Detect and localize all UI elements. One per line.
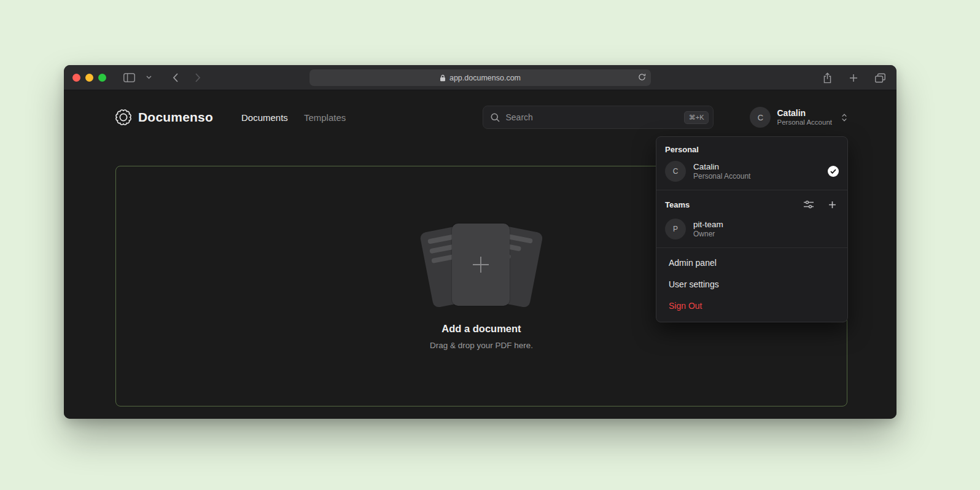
search-bar[interactable]: ⌘+K	[483, 106, 714, 129]
documents-illustration	[414, 222, 549, 309]
forward-button[interactable]	[193, 71, 203, 85]
item-subtitle: Owner	[693, 230, 723, 239]
team-item[interactable]: P pit-team Owner	[656, 216, 847, 247]
illustration-card-add	[452, 224, 510, 306]
sidebar-toggle-button[interactable]	[121, 71, 138, 85]
dropzone-subtitle: Drag & drop your PDF here.	[430, 341, 533, 350]
reload-icon	[638, 73, 646, 81]
search-shortcut-badge: ⌘+K	[684, 111, 709, 124]
plus-icon	[470, 254, 491, 275]
search-icon	[491, 113, 500, 122]
main-nav: Documents Templates	[241, 112, 346, 123]
close-button[interactable]	[72, 74, 80, 82]
personal-section-label: Personal	[656, 137, 847, 158]
brand-name: Documenso	[138, 110, 213, 125]
dropzone-title: Add a document	[441, 323, 521, 335]
menu-item-admin-panel[interactable]: Admin panel	[656, 252, 847, 273]
minimize-button[interactable]	[85, 74, 93, 82]
chevron-up-down-icon	[841, 113, 847, 122]
chevron-left-icon	[173, 73, 178, 82]
browser-window: app.documenso.com	[64, 65, 896, 419]
search-input[interactable]	[505, 112, 678, 122]
manage-teams-button[interactable]	[801, 198, 816, 211]
new-tab-button[interactable]	[847, 71, 860, 85]
item-name: Catalin	[693, 161, 750, 172]
create-team-button[interactable]	[826, 198, 839, 211]
browser-toolbar: app.documenso.com	[64, 65, 896, 90]
tab-overview-button[interactable]	[873, 71, 888, 85]
avatar: C	[750, 107, 771, 128]
account-menu-trigger[interactable]: C Catalin Personal Account	[750, 107, 847, 128]
address-bar[interactable]: app.documenso.com	[309, 69, 651, 86]
url-text: app.documenso.com	[449, 74, 521, 82]
chevron-down-icon	[146, 76, 152, 79]
account-type: Personal Account	[777, 119, 832, 126]
documenso-logo-icon	[115, 109, 131, 125]
nav-documents[interactable]: Documents	[241, 112, 288, 123]
share-icon	[823, 72, 832, 84]
account-name: Catalin	[777, 108, 832, 119]
plus-icon	[849, 74, 858, 82]
documenso-app: Documenso Documents Templates ⌘+K C Cata…	[64, 90, 896, 419]
item-subtitle: Personal Account	[693, 172, 750, 181]
chevron-right-icon	[195, 73, 201, 82]
brand[interactable]: Documenso	[115, 109, 213, 125]
item-name: pit-team	[693, 219, 723, 230]
nav-templates[interactable]: Templates	[304, 112, 346, 123]
plus-icon	[828, 201, 836, 209]
personal-account-item[interactable]: C Catalin Personal Account	[656, 158, 847, 190]
avatar: C	[665, 161, 686, 182]
avatar: P	[665, 219, 686, 239]
menu-item-sign-out[interactable]: Sign Out	[656, 295, 847, 316]
sliders-icon	[804, 200, 814, 209]
tab-group-button[interactable]	[144, 73, 154, 82]
account-menu: Personal C Catalin Personal Account Team…	[656, 136, 848, 322]
zoom-button[interactable]	[98, 74, 106, 82]
reload-button[interactable]	[638, 73, 646, 83]
share-button[interactable]	[820, 70, 834, 86]
selected-check-icon	[828, 166, 839, 177]
teams-section-label: Teams	[665, 200, 690, 209]
sidebar-icon	[123, 73, 135, 82]
menu-item-user-settings[interactable]: User settings	[656, 273, 847, 295]
traffic-lights	[72, 74, 106, 82]
back-button[interactable]	[170, 71, 181, 85]
lock-icon	[440, 74, 446, 82]
tabs-icon	[875, 73, 885, 83]
